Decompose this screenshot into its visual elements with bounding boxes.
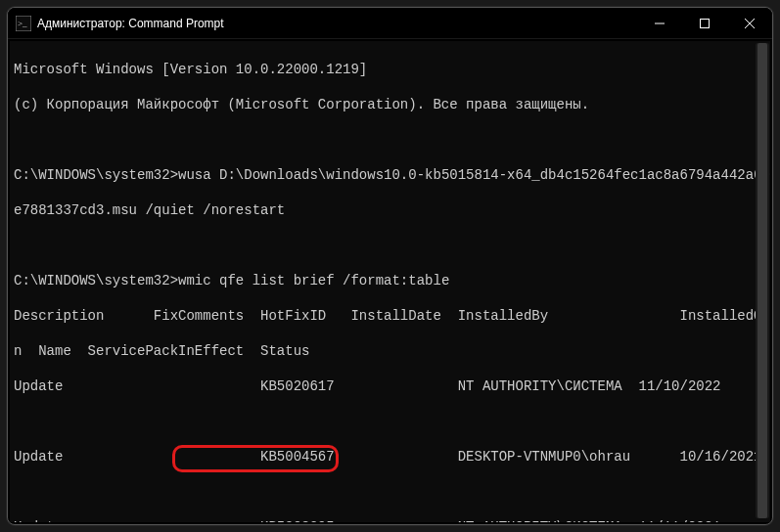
window-title: Администратор: Command Prompt xyxy=(37,17,637,30)
table-row: Update KB5020617 NT AUTHORITY\СИСТЕМА 11… xyxy=(14,377,768,395)
table-header-1: Description FixComments HotFixID Install… xyxy=(14,307,768,325)
window-controls xyxy=(637,8,772,38)
cmd2-text: wmic qfe list brief /format:table xyxy=(178,273,449,288)
version-line: Microsoft Windows [Version 10.0.22000.12… xyxy=(14,61,768,78)
table-row: Update KB5004567 DESKTOP-VTNMUP0\ohrau 1… xyxy=(14,448,768,466)
copyright-line: (c) Корпорация Майкрософт (Microsoft Cor… xyxy=(14,96,768,113)
blank-line xyxy=(14,413,768,430)
cmd-line-2: C:\WINDOWS\system32>wmic qfe list brief … xyxy=(14,272,768,289)
blank-line xyxy=(14,237,768,254)
vertical-scrollbar[interactable] xyxy=(756,43,769,518)
minimize-icon xyxy=(655,19,665,28)
scroll-thumb[interactable] xyxy=(757,43,767,518)
cmd1-part1: wusa D:\Downloads\windows10.0-kb5015814-… xyxy=(178,167,770,183)
cmd-line-1b: e7881337cd3.msu /quiet /norestart xyxy=(14,201,768,219)
blank-line xyxy=(14,131,768,149)
cmd-icon: >_ xyxy=(16,16,31,31)
close-icon xyxy=(745,19,755,28)
terminal-area[interactable]: Microsoft Windows [Version 10.0.22000.12… xyxy=(10,41,770,522)
maximize-icon xyxy=(700,19,710,28)
maximize-button[interactable] xyxy=(682,8,727,38)
svg-text:>_: >_ xyxy=(18,19,27,28)
svg-rect-3 xyxy=(701,19,710,27)
close-button[interactable] xyxy=(727,8,772,38)
titlebar[interactable]: >_ Администратор: Command Prompt xyxy=(8,8,772,39)
table-header-2: n Name ServicePackInEffect Status xyxy=(14,342,768,360)
prompt: C:\WINDOWS\system32> xyxy=(14,273,178,288)
minimize-button[interactable] xyxy=(637,8,682,38)
cmd-line-1a: C:\WINDOWS\system32>wusa D:\Downloads\wi… xyxy=(14,166,768,184)
prompt: C:\WINDOWS\system32> xyxy=(14,167,178,183)
table-row: Update KB5008295 NT AUTHORITY\СИСТЕМА 11… xyxy=(14,518,768,522)
command-prompt-window: >_ Администратор: Command Prompt Microso… xyxy=(7,7,773,525)
blank-line xyxy=(14,483,768,501)
